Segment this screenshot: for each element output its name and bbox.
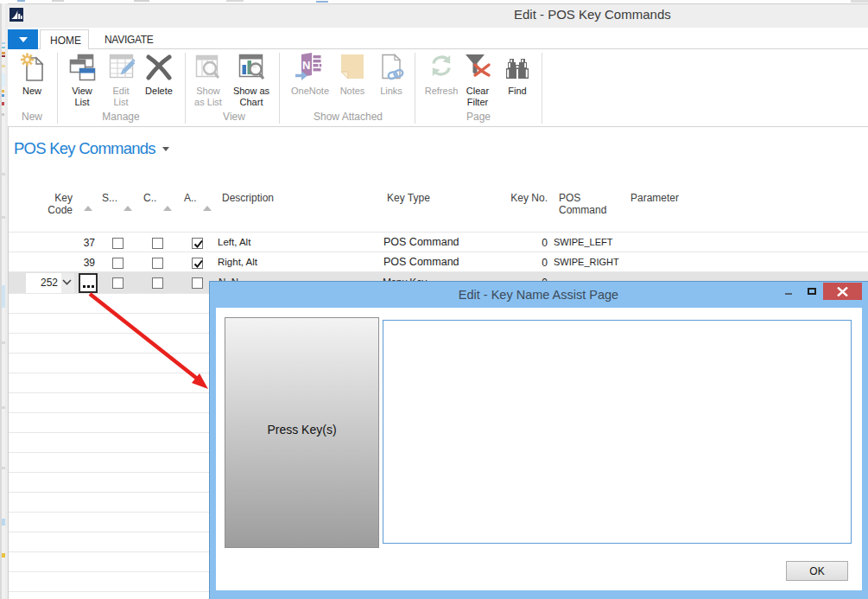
- svg-text:N: N: [302, 59, 310, 72]
